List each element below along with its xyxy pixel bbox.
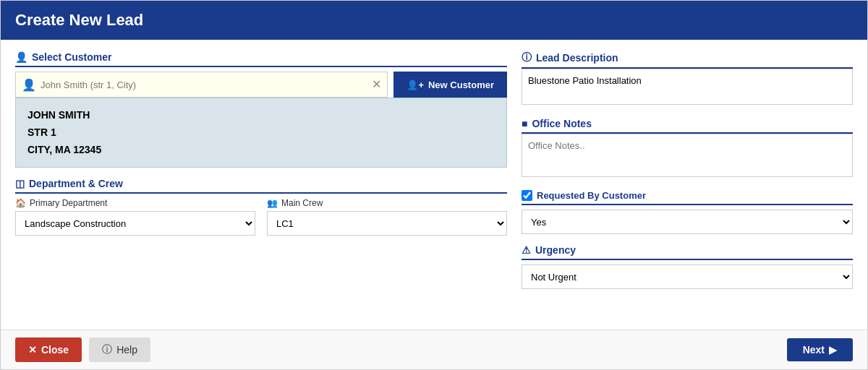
crew-label-icon: 👥 xyxy=(267,198,278,208)
customer-card: JOHN SMITH STR 1 CITY, MA 12345 xyxy=(15,98,507,168)
customer-input-icon: 👤 xyxy=(22,78,36,92)
create-new-lead-modal: Create New Lead 👤 Select Customer 👤 ✕ xyxy=(0,0,868,370)
select-customer-row: 👤 ✕ 👤+ New Customer xyxy=(15,72,507,98)
new-customer-icon: 👤+ xyxy=(407,79,424,90)
left-column: 👤 Select Customer 👤 ✕ 👤+ New Customer xyxy=(15,51,507,318)
requested-by-customer-section: Requested By Customer Yes No xyxy=(522,190,853,234)
requested-by-customer-header: Requested By Customer xyxy=(522,190,853,205)
warning-icon: ⚠ xyxy=(522,244,531,256)
dept-crew-row: 🏠 Primary Department Landscape Construct… xyxy=(15,198,507,236)
office-notes-section: ■ Office Notes xyxy=(522,118,853,180)
lead-description-textarea[interactable]: Bluestone Patio Installation xyxy=(522,69,853,105)
help-button[interactable]: ⓘ Help xyxy=(89,337,150,362)
lead-description-label: Lead Description xyxy=(536,52,618,64)
footer-left-buttons: ✕ Close ⓘ Help xyxy=(15,337,150,362)
modal-header: Create New Lead xyxy=(1,1,867,40)
dept-icon: ◫ xyxy=(15,178,25,189)
select-customer-header: 👤 Select Customer xyxy=(15,51,507,67)
person-icon: 👤 xyxy=(15,51,27,63)
dept-crew-label: Department & Crew xyxy=(29,178,123,189)
urgency-select[interactable]: Not Urgent Urgent Very Urgent xyxy=(522,264,853,289)
main-crew-group: 👥 Main Crew LC1 LC2 LC3 xyxy=(267,198,507,236)
help-label: Help xyxy=(116,344,137,356)
requested-by-customer-label: Requested By Customer xyxy=(537,190,646,201)
urgency-section: ⚠ Urgency Not Urgent Urgent Very Urgent xyxy=(522,244,853,289)
primary-dept-select[interactable]: Landscape Construction Hardscape Mainten… xyxy=(15,211,255,236)
dept-crew-header: ◫ Department & Crew xyxy=(15,178,507,194)
notes-icon: ■ xyxy=(522,118,527,129)
next-button[interactable]: Next ▶ xyxy=(787,338,853,361)
modal-footer: ✕ Close ⓘ Help Next ▶ xyxy=(1,330,867,369)
customer-search-input[interactable] xyxy=(41,79,367,90)
help-icon: ⓘ xyxy=(102,343,112,356)
urgency-label: Urgency xyxy=(535,244,576,256)
modal-body: 👤 Select Customer 👤 ✕ 👤+ New Customer xyxy=(1,40,867,330)
new-customer-label: New Customer xyxy=(428,79,494,90)
customer-street: STR 1 xyxy=(27,124,495,142)
urgency-header: ⚠ Urgency xyxy=(522,244,853,260)
new-customer-button[interactable]: 👤+ New Customer xyxy=(393,72,507,98)
customer-city-state-zip: CITY, MA 12345 xyxy=(27,142,495,159)
lead-description-section: ⓘ Lead Description Bluestone Patio Insta… xyxy=(522,51,853,108)
select-customer-section: 👤 Select Customer 👤 ✕ 👤+ New Customer xyxy=(15,51,507,168)
lead-description-header: ⓘ Lead Description xyxy=(522,51,853,69)
next-icon: ▶ xyxy=(829,344,837,356)
modal-title: Create New Lead xyxy=(15,11,143,29)
info-icon: ⓘ xyxy=(522,51,532,64)
customer-name: JOHN SMITH xyxy=(27,107,495,124)
close-label: Close xyxy=(41,344,69,356)
clear-customer-button[interactable]: ✕ xyxy=(372,79,381,90)
office-notes-label: Office Notes xyxy=(532,118,591,129)
requested-by-customer-checkbox[interactable] xyxy=(522,190,532,201)
main-crew-label: 👥 Main Crew xyxy=(267,198,507,208)
select-customer-label: Select Customer xyxy=(32,51,111,63)
next-label: Next xyxy=(803,344,825,356)
primary-dept-group: 🏠 Primary Department Landscape Construct… xyxy=(15,198,255,236)
right-column: ⓘ Lead Description Bluestone Patio Insta… xyxy=(522,51,853,318)
close-button[interactable]: ✕ Close xyxy=(15,337,82,362)
office-notes-header: ■ Office Notes xyxy=(522,118,853,134)
close-icon: ✕ xyxy=(28,344,37,356)
requested-by-customer-select[interactable]: Yes No xyxy=(522,210,853,234)
dept-crew-section: ◫ Department & Crew 🏠 Primary Department… xyxy=(15,178,507,236)
office-notes-textarea[interactable] xyxy=(522,134,853,177)
primary-dept-label: 🏠 Primary Department xyxy=(15,198,255,208)
customer-input-wrap: 👤 ✕ xyxy=(15,72,388,98)
main-crew-select[interactable]: LC1 LC2 LC3 xyxy=(267,211,507,236)
dept-label-icon: 🏠 xyxy=(15,198,26,208)
